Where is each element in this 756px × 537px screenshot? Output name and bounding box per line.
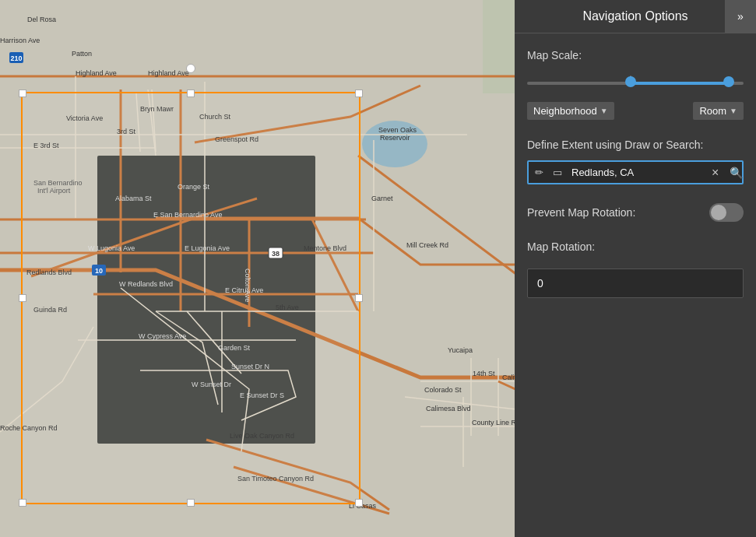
svg-text:W Redlands Blvd: W Redlands Blvd — [119, 280, 173, 288]
search-bar: ✏ ▭ × 🔍 — [527, 160, 744, 184]
search-go-button[interactable]: 🔍 — [725, 163, 747, 182]
svg-text:W Sunset Dr: W Sunset Dr — [192, 381, 231, 388]
svg-text:Guinda Rd: Guinda Rd — [33, 306, 67, 314]
svg-text:W Lugonia Ave: W Lugonia Ave — [88, 244, 135, 252]
svg-text:10: 10 — [95, 267, 103, 275]
toggle-knob — [711, 205, 726, 220]
slider-thumb-left[interactable] — [625, 76, 636, 87]
slider-container[interactable] — [527, 71, 744, 94]
svg-text:Sunset Dr N: Sunset Dr N — [231, 363, 269, 370]
scale-dropdown-right[interactable]: Room ▼ — [693, 102, 744, 120]
svg-text:Mill Creek Rd: Mill Creek Rd — [406, 241, 448, 249]
svg-text:Reservoir: Reservoir — [380, 134, 410, 142]
svg-text:San Timoteo Canyon Rd: San Timoteo Canyon Rd — [237, 475, 314, 483]
svg-text:210: 210 — [10, 54, 22, 62]
draw-rect-button[interactable]: ▭ — [550, 162, 565, 183]
svg-text:Yucaipa: Yucaipa — [448, 346, 473, 354]
map-rotation-section: Map Rotation: — [527, 240, 744, 298]
svg-text:Redlands Blvd: Redlands Blvd — [26, 268, 72, 276]
location-search-input[interactable] — [568, 162, 705, 183]
svg-text:County Line Rd: County Line Rd — [472, 419, 520, 426]
svg-text:Seven Oaks: Seven Oaks — [378, 126, 417, 134]
svg-text:5th Ave: 5th Ave — [276, 304, 299, 311]
panel-body: Map Scale: Neighborhood ▼ Room — [515, 33, 756, 332]
svg-text:W Cypress Ave: W Cypress Ave — [139, 332, 186, 340]
scale-dropdown-left[interactable]: Neighborhood ▼ — [527, 102, 614, 120]
prevent-rotation-section: Prevent Map Rotation: — [527, 203, 744, 222]
svg-text:Int'l Airport: Int'l Airport — [37, 187, 71, 195]
panel-header: Navigation Options » — [515, 0, 756, 33]
map-scale-section: Map Scale: Neighborhood ▼ Room — [527, 49, 744, 120]
svg-text:Li Casas: Li Casas — [349, 502, 377, 510]
svg-text:Live Oak Canyon Rd: Live Oak Canyon Rd — [230, 432, 294, 440]
svg-text:Victoria Ave: Victoria Ave — [66, 114, 103, 122]
prevent-rotation-label: Prevent Map Rotation: — [527, 206, 635, 219]
svg-text:Highland Ave: Highland Ave — [76, 69, 117, 77]
draw-pencil-button[interactable]: ✏ — [532, 162, 547, 183]
svg-text:Garnet: Garnet — [371, 195, 393, 202]
svg-text:E Lugonia Ave: E Lugonia Ave — [185, 244, 230, 252]
svg-text:E San Bernardino Ave: E San Bernardino Ave — [153, 211, 222, 219]
svg-text:Del Rosa: Del Rosa — [27, 16, 56, 23]
prevent-rotation-toggle[interactable] — [709, 203, 744, 222]
clear-search-button[interactable]: × — [709, 163, 722, 183]
map-scale-label: Map Scale: — [527, 49, 744, 61]
scale-right-label: Room — [699, 105, 726, 117]
svg-text:Church St: Church St — [199, 113, 231, 121]
svg-text:Roche Canyon Rd: Roche Canyon Rd — [0, 424, 58, 432]
svg-text:Greenspot Rd: Greenspot Rd — [215, 135, 258, 143]
svg-text:Mentone Blvd: Mentone Blvd — [304, 244, 346, 252]
nav-panel: Navigation Options » Map Scale: Neighbor — [515, 0, 756, 537]
scale-left-label: Neighborhood — [533, 105, 597, 117]
svg-text:Colton Ave: Colton Ave — [244, 268, 251, 302]
svg-text:Orange St: Orange St — [178, 183, 210, 191]
svg-text:E 3rd St: E 3rd St — [33, 142, 59, 149]
svg-text:Bryn Mawr: Bryn Mawr — [140, 105, 174, 113]
svg-text:3rd St: 3rd St — [117, 128, 136, 135]
scale-right-arrow-icon: ▼ — [730, 107, 737, 115]
panel-title: Navigation Options — [582, 9, 687, 23]
svg-text:Calimesa Blvd: Calimesa Blvd — [426, 405, 471, 412]
svg-text:Highland Ave: Highland Ave — [148, 69, 189, 77]
svg-text:Colorado St: Colorado St — [424, 386, 462, 394]
extent-section: Define Extent using Draw or Search: ✏ ▭ … — [527, 139, 744, 184]
scale-left-arrow-icon: ▼ — [600, 107, 608, 115]
svg-text:Garden St: Garden St — [218, 344, 251, 352]
map-rotation-input[interactable] — [527, 268, 744, 298]
scale-labels: Neighborhood ▼ Room ▼ — [527, 102, 744, 120]
svg-text:San Bernardino: San Bernardino — [33, 179, 83, 187]
slider-fill — [631, 82, 728, 85]
svg-text:E Sunset Dr S: E Sunset Dr S — [240, 391, 284, 399]
svg-text:38: 38 — [272, 250, 280, 258]
collapse-button[interactable]: » — [725, 0, 756, 33]
svg-text:Patton: Patton — [72, 50, 92, 58]
svg-text:14th St: 14th St — [473, 370, 495, 377]
map-rotation-label: Map Rotation: — [527, 240, 744, 253]
slider-thumb-right[interactable] — [723, 76, 734, 87]
svg-text:Harrison Ave: Harrison Ave — [0, 37, 40, 44]
svg-text:Alabama St: Alabama St — [115, 195, 152, 202]
extent-label: Define Extent using Draw or Search: — [527, 139, 744, 151]
